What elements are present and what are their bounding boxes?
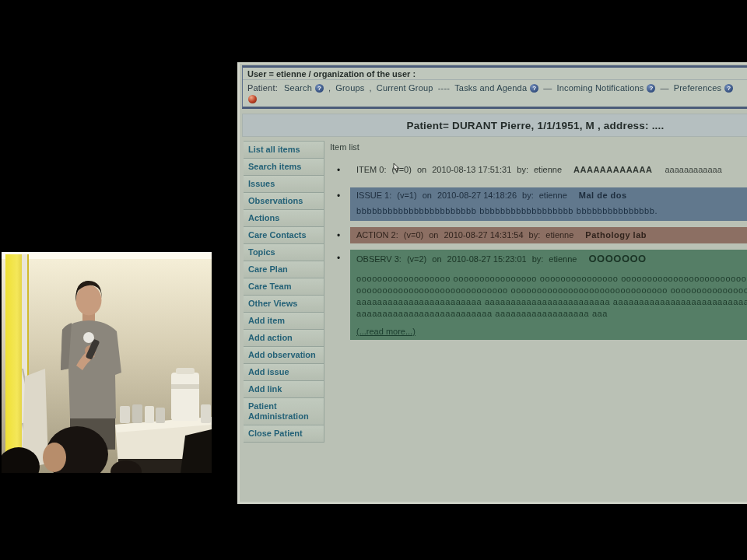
bullet: • xyxy=(327,250,350,340)
sidebar-item-add-issue[interactable]: Add issue xyxy=(244,364,324,381)
item-list-title: Item list xyxy=(327,141,747,152)
sidebar-item-other-views[interactable]: Other Views xyxy=(244,296,324,313)
presenter-scene xyxy=(2,252,212,473)
menu-item-incoming-notifications[interactable]: Incoming Notifications xyxy=(556,83,644,93)
patient-title-bar: Patient= DURANT Pierre, 1/1/1951, M , ad… xyxy=(242,114,747,137)
sidebar-menu: List all items Search items Issues Obser… xyxy=(244,141,324,443)
ceiling-light-band xyxy=(2,252,212,259)
bullet: • xyxy=(327,162,350,178)
presenter-video xyxy=(2,252,212,473)
menu-separator: ---- xyxy=(433,83,454,93)
user-info-bar: User = etienne / organization of the use… xyxy=(243,68,747,80)
menu-separator: , xyxy=(324,83,335,93)
observ-3-body-line: ooooooooooooooooooooooooooooo oooooooooo… xyxy=(356,285,747,296)
mouse-cursor-icon xyxy=(390,163,402,175)
sidebar-item-search-items[interactable]: Search items xyxy=(244,159,324,176)
menu-separator: — xyxy=(655,83,673,93)
app-header: User = etienne / organization of the use… xyxy=(242,65,747,109)
help-icon[interactable]: ? xyxy=(530,84,538,93)
main-menu: Patient: Search ? , Groups , Current Gro… xyxy=(243,80,747,93)
help-icon[interactable]: ? xyxy=(647,84,655,93)
sidebar-item-close-patient[interactable]: Close Patient xyxy=(244,425,324,443)
sidebar-item-topics[interactable]: Topics xyxy=(244,244,324,261)
sidebar-item-patient-administration[interactable]: Patient Administration xyxy=(244,398,324,425)
menu-item-tasks-agenda[interactable]: Tasks and Agenda xyxy=(454,83,527,93)
audience-shape xyxy=(181,429,212,473)
observ-3-header[interactable]: OBSERV 3:(v=2)on2010-08-27 15:23:01by:et… xyxy=(356,253,747,264)
sidebar-item-care-team[interactable]: Care Team xyxy=(244,278,324,296)
sidebar-item-list-all-items[interactable]: List all items xyxy=(244,142,324,159)
sidebar-item-add-action[interactable]: Add action xyxy=(244,330,324,347)
menu-separator: — xyxy=(538,83,556,93)
sidebar-item-add-link[interactable]: Add link xyxy=(244,381,324,398)
read-more-link[interactable]: (...read more...) xyxy=(356,327,416,336)
sidebar-item-care-plan[interactable]: Care Plan xyxy=(244,261,324,278)
help-icon[interactable]: ? xyxy=(724,84,733,93)
menu-item-current-group[interactable]: Current Group xyxy=(377,83,433,93)
red-ball-icon[interactable] xyxy=(248,95,257,103)
sidebar-item-issues[interactable]: Issues xyxy=(244,176,324,193)
issue-1-body: bbbbbbbbbbbbbbbbbbbbbbb bbbbbbbbbbbbbbbb… xyxy=(356,205,747,217)
menu-item-groups[interactable]: Groups xyxy=(335,83,364,93)
menu-item-search[interactable]: Search xyxy=(284,83,312,93)
bullet: • xyxy=(327,187,350,221)
observ-3-body-line: aaaaaaaaaaaaaaaaaaaaaaaa aaaaaaaaaaaaaaa… xyxy=(356,296,747,308)
observ-3-body-line: oooooooooooooooooo oooooooooooooooo oooo… xyxy=(356,273,747,285)
item-row-2: • ACTION 2:(v=0)on2010-08-27 14:31:54by:… xyxy=(327,227,747,243)
item-row-1: • ISSUE 1:(v=1)on2010-08-27 14:18:26by:e… xyxy=(327,187,747,221)
sidebar-item-add-observation[interactable]: Add observation xyxy=(244,347,324,364)
help-icon[interactable]: ? xyxy=(315,84,324,93)
audience-face xyxy=(43,443,66,472)
issue-1-header[interactable]: ISSUE 1:(v=1)on2010-08-27 14:18:26by:eti… xyxy=(356,191,747,200)
coffee-percolator xyxy=(171,368,199,421)
sidebar-item-actions[interactable]: Actions xyxy=(244,210,324,227)
menu-separator: , xyxy=(365,83,377,93)
observ-3-body-line: aaaaaaaaaaaaaaaaaaaaaaaaaa aaaaaaaaaaaaa… xyxy=(356,308,747,320)
action-2-header[interactable]: ACTION 2:(v=0)on2010-08-27 14:31:54by:et… xyxy=(356,230,747,240)
menu-item-preferences[interactable]: Preferences xyxy=(674,83,722,93)
app-window: User = etienne / organization of the use… xyxy=(237,62,747,504)
sidebar-item-observations[interactable]: Observations xyxy=(244,193,324,210)
sidebar-item-add-item[interactable]: Add item xyxy=(244,313,324,330)
sidebar-item-care-contacts[interactable]: Care Contacts xyxy=(244,227,324,244)
menu-prefix: Patient: xyxy=(247,83,278,93)
item-0-header[interactable]: ITEM 0:(v=0)on2010-08-13 17:51:31by:etie… xyxy=(356,165,747,174)
item-row-3: • OBSERV 3:(v=2)on2010-08-27 15:23:01by:… xyxy=(327,250,747,340)
bullet: • xyxy=(327,227,350,243)
